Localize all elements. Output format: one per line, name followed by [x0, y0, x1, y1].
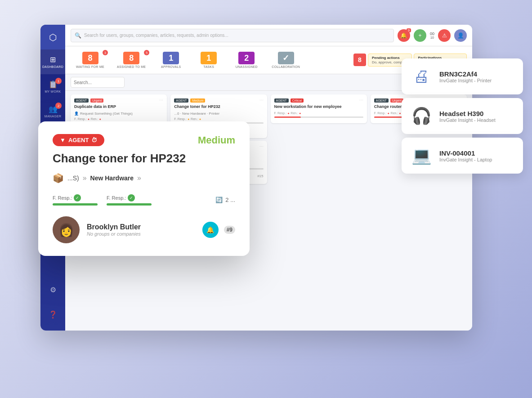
sidebar-label-manager: MANAGER — [45, 115, 62, 118]
progress-fill-3 — [274, 116, 301, 118]
tasks-label: TASKS — [203, 65, 214, 68]
meta-fresp-4: F. Resp.: ● — [374, 112, 389, 115]
ticket-id-6: #15 — [257, 174, 263, 178]
resp-text-2: F. Resp.: — [107, 195, 126, 201]
ticket-priority-2: Medium — [190, 98, 205, 103]
resp-label-1: F. Resp.: ✓ — [53, 194, 98, 201]
ticket-card-3[interactable]: AGENT Critical ⋯ New workstation for new… — [271, 94, 367, 123]
resp-label-2: F. Resp.: ✓ — [107, 194, 152, 201]
user-icon: 👤 — [457, 32, 464, 39]
modal-badge-section: 🔔 #9 — [202, 222, 235, 238]
right-panel: 🖨 BRN3C2Af4 InvGate Insight - Printer 🎧 … — [402, 58, 523, 174]
help-icon: ❓ — [49, 310, 58, 319]
progress-bar-3 — [274, 116, 363, 118]
asset-card-laptop[interactable]: 💻 INV-004001 InvGate Insight - Laptop — [402, 138, 523, 174]
modal-header: ▼ AGENT ⏱ Medium — [53, 134, 235, 146]
printer-icon: 🖨 — [411, 66, 432, 87]
pending-count: 8 — [353, 54, 366, 66]
assigned-label: ASSIGNED TO ME — [117, 65, 146, 68]
modal-notif-number: #9 — [224, 226, 235, 234]
ticket-menu-3[interactable]: ⋯ — [359, 98, 363, 103]
ticket-priority-1: Urgent — [90, 98, 103, 103]
breadcrumb-arrow-2: » — [137, 174, 141, 182]
search-icon: 🔍 — [75, 32, 81, 39]
sidebar-item-mywork[interactable]: 📋 MY WORK 1 — [40, 74, 65, 99]
ticket-meta-2: F. Resp.: ● Ren.: ● — [174, 117, 263, 121]
assigned-number: 8 — [123, 52, 139, 64]
notifications-btn[interactable]: 🔔 9 — [398, 29, 410, 42]
modal-agent-button[interactable]: ▼ AGENT ⏱ — [53, 134, 104, 146]
modal-agent-sub: No groups or companies — [87, 231, 195, 237]
approvals-label: APPROVALS — [161, 65, 181, 68]
ticket-title-1: Duplicate data in ERP — [74, 104, 163, 110]
count-number: 00 — [430, 31, 434, 36]
assigned-badge: 5 — [144, 50, 149, 55]
headset-icon: 🎧 — [411, 105, 432, 127]
alert-icon: ⚠ — [442, 32, 447, 39]
ticket-category-2: ...0 · New Hardware · Printer — [174, 112, 263, 116]
asset-card-headset[interactable]: 🎧 Headset H390 InvGate Insight - Headset — [402, 98, 523, 134]
count-label: 10 — [430, 36, 434, 39]
asset-sub-laptop: InvGate Insight - Laptop — [439, 157, 492, 162]
unassigned-label: UNASSIGNED — [236, 65, 258, 68]
cycle-count: 🔄 2 ... — [215, 197, 235, 203]
ticket-menu-1[interactable]: ⋯ — [159, 98, 163, 103]
asset-sub-printer: InvGate Insight - Printer — [439, 78, 492, 83]
approvals-number: 1 — [163, 52, 179, 64]
category-icon-1: 👤 — [74, 112, 79, 116]
topbar-actions: 🔔 9 + 00 10 ⚠ 👤 — [398, 29, 467, 42]
tab-unassigned[interactable]: 2 UNASSIGNED — [228, 50, 264, 70]
asset-info-printer: BRN3C2Af4 InvGate Insight - Printer — [439, 70, 492, 83]
sidebar-item-settings[interactable]: ⚙ — [40, 277, 65, 302]
meta-fresp-2: F. Resp.: ● — [174, 117, 189, 121]
meta-fresp-3: F. Resp.: ● — [274, 112, 290, 115]
modal-notif-badge[interactable]: 🔔 — [202, 222, 219, 238]
ticket-menu-2[interactable]: ⋯ — [259, 98, 264, 103]
ticket-column-3: AGENT Critical ⋯ New workstation for new… — [269, 94, 369, 330]
breadcrumb-start: ...S) — [67, 174, 79, 182]
sidebar-label-dashboard: DASHBOARD — [42, 65, 63, 68]
sidebar-item-help[interactable]: ❓ — [40, 302, 65, 327]
plus-icon: + — [418, 32, 421, 39]
ticket-meta-1: F. Resp.: ● Ren.: ● — [74, 117, 163, 121]
laptop-icon: 💻 — [411, 145, 432, 166]
meta-fresp-1: F. Resp.: ● — [74, 117, 89, 121]
ticket-type-4: AGENT — [374, 98, 389, 103]
bell-icon-modal: 🔔 — [206, 226, 214, 233]
cycle-icon: 🔄 — [215, 197, 223, 203]
tab-waiting-for-me[interactable]: 3 8 WAITING FOR ME — [71, 50, 110, 70]
dashboard-icon: ⊞ — [50, 55, 56, 64]
resp-bar-2 — [107, 203, 152, 206]
search-box[interactable]: 🔍 Search for users, groups, companies, a… — [71, 29, 394, 42]
unassigned-number: 2 — [238, 52, 255, 64]
notif-count: 9 — [407, 28, 411, 32]
resp-item-2: F. Resp.: ✓ — [107, 194, 152, 206]
sidebar-item-dashboard[interactable]: ⊞ DASHBOARD — [40, 49, 65, 74]
alert-btn[interactable]: ⚠ — [438, 29, 451, 42]
collaboration-number: ✓ — [278, 52, 294, 64]
cycle-number: 2 ... — [225, 197, 235, 203]
tab-collaboration[interactable]: ✓ COLLABORATION — [266, 50, 305, 70]
ticket-type-3: AGENT — [274, 98, 289, 103]
modal-footer: 👩 Brooklyn Butler No groups or companies… — [53, 216, 235, 243]
ticket-title-2: Change toner for HP232 — [174, 104, 263, 110]
modal-title: Change toner for HP232 — [53, 152, 235, 165]
sidebar-item-manager[interactable]: 👥 MANAGER 2 — [40, 99, 65, 124]
asset-card-printer[interactable]: 🖨 BRN3C2Af4 InvGate Insight - Printer — [402, 58, 523, 94]
meta-ren-1: Ren.: ● — [91, 117, 101, 121]
manager-badge: 2 — [55, 103, 62, 109]
asset-name-headset: Headset H390 — [439, 110, 496, 117]
add-btn[interactable]: + — [414, 29, 426, 42]
waiting-number: 8 — [82, 52, 98, 64]
settings-icon: ⚙ — [50, 286, 56, 294]
user-avatar[interactable]: 👤 — [454, 29, 467, 42]
tab-assigned-to-me[interactable]: 5 8 ASSIGNED TO ME — [112, 50, 151, 70]
tab-approvals[interactable]: 1 APPROVALS — [153, 50, 189, 70]
modal-breadcrumb: 📦 ...S) » New Hardware » — [53, 173, 235, 183]
meta-ren-3: Ren.: ● — [291, 112, 301, 115]
agent-btn-label: AGENT — [68, 137, 89, 143]
ticket-category-1: 👤 Request Something (Get Things) — [74, 112, 163, 116]
tab-tasks[interactable]: 1 TASKS — [191, 50, 227, 70]
ticket-menu-6[interactable]: ⋯ — [259, 144, 264, 149]
filter-search-input[interactable] — [71, 77, 125, 88]
